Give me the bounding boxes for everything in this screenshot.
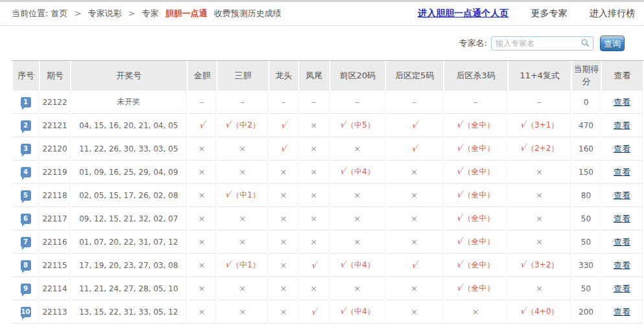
top-links: 进入胆胆一点通个人页 更多专家 进入排行榜 bbox=[398, 8, 635, 19]
back-kill-3-cell: √（全中） bbox=[444, 137, 507, 161]
three-dan-cell: × bbox=[218, 137, 268, 161]
column-header-gold-dan: 金胆 bbox=[188, 61, 216, 91]
dash-mark: – bbox=[355, 97, 360, 107]
row-number-badge: 5 bbox=[21, 190, 31, 201]
mark-note: （全中） bbox=[463, 214, 494, 223]
draw-numbers-cell: 02, 05, 15, 17, 26, 02, 08 bbox=[71, 184, 187, 207]
breadcrumb-link-home[interactable]: 首页 bbox=[51, 8, 68, 18]
score-cell: 470 bbox=[572, 114, 601, 137]
cross-mark: × bbox=[536, 190, 543, 200]
table-row: 102211313, 15, 22, 31, 33, 05, 12×××√√（中… bbox=[13, 300, 643, 324]
search-input-wrap bbox=[491, 36, 593, 50]
score-cell: 330 bbox=[572, 254, 601, 277]
view-link[interactable]: 查看 bbox=[614, 307, 630, 317]
check-mark: √ bbox=[411, 144, 417, 153]
view-link[interactable]: 查看 bbox=[614, 214, 630, 223]
enter-personal-page-link[interactable]: 进入胆胆一点通个人页 bbox=[418, 8, 509, 18]
three-dan-cell: × bbox=[218, 277, 268, 300]
gold-dan-cell: × bbox=[188, 161, 216, 184]
front-20-cell: × bbox=[330, 230, 385, 254]
duplex-11-4-cell: × bbox=[509, 207, 571, 230]
phoenix-tail-cell: × bbox=[299, 137, 329, 161]
check-mark: √ bbox=[281, 144, 286, 153]
check-mark: √（中2） bbox=[225, 120, 260, 129]
mark-note: （中2） bbox=[232, 120, 260, 129]
mark-note: （中4） bbox=[347, 260, 375, 269]
table-row: 82211517, 19, 20, 23, 27, 03, 08×√（中1）×√… bbox=[13, 254, 643, 277]
mark-note: （全中） bbox=[463, 190, 494, 199]
view-link[interactable]: 查看 bbox=[614, 120, 630, 130]
mark-note: （全中） bbox=[463, 284, 494, 293]
back-fix-5-cell: × bbox=[386, 184, 443, 207]
view-link[interactable]: 查看 bbox=[614, 167, 630, 177]
view-cell: 查看 bbox=[602, 114, 643, 137]
view-link[interactable]: 查看 bbox=[614, 237, 630, 247]
view-cell: 查看 bbox=[602, 277, 643, 300]
cross-mark: × bbox=[280, 214, 287, 223]
seq-cell: 4 bbox=[13, 161, 39, 184]
period-cell: 22116 bbox=[40, 230, 70, 254]
view-cell: 查看 bbox=[602, 207, 643, 230]
back-kill-3-cell: √（全中） bbox=[444, 114, 507, 137]
dragon-head-cell: × bbox=[270, 230, 298, 254]
phoenix-tail-cell: √ bbox=[299, 300, 329, 324]
check-mark: √ bbox=[281, 120, 286, 130]
draw-numbers-cell: 01, 07, 20, 22, 31, 07, 12 bbox=[71, 230, 187, 254]
view-link[interactable]: 查看 bbox=[614, 190, 630, 200]
cross-mark: × bbox=[198, 214, 205, 223]
cross-mark: × bbox=[280, 307, 287, 317]
cross-mark: × bbox=[354, 144, 361, 153]
column-header-front-20: 前区20码 bbox=[330, 61, 385, 91]
draw-numbers-cell: 未开奖 bbox=[71, 91, 187, 114]
cross-mark: × bbox=[280, 190, 287, 200]
mark-note: （3+1） bbox=[527, 120, 558, 129]
view-cell: 查看 bbox=[602, 137, 643, 161]
row-number-badge: 10 bbox=[21, 307, 31, 317]
back-fix-5-cell: √ bbox=[386, 114, 443, 137]
back-kill-3-cell: √（全中） bbox=[444, 277, 507, 300]
three-dan-cell: √（中1） bbox=[218, 184, 268, 207]
dash-mark: – bbox=[474, 97, 478, 107]
query-button[interactable]: 查询 bbox=[600, 36, 625, 51]
back-kill-3-cell: √（全中） bbox=[444, 207, 507, 230]
three-dan-cell: × bbox=[218, 207, 268, 230]
check-mark: √ bbox=[311, 307, 316, 317]
cross-mark: × bbox=[198, 237, 205, 247]
draw-numbers-cell: 01, 09, 16, 25, 29, 04, 09 bbox=[71, 161, 187, 184]
enter-ranking-link[interactable]: 进入排行榜 bbox=[590, 8, 635, 18]
breadcrumb-expert-name[interactable]: 胆胆一点通 bbox=[165, 8, 207, 18]
draw-numbers-cell: 17, 19, 20, 23, 27, 03, 08 bbox=[71, 254, 187, 277]
cross-mark: × bbox=[239, 307, 246, 317]
cross-mark: × bbox=[411, 307, 418, 317]
cross-mark: × bbox=[310, 144, 317, 153]
check-mark: √（中4） bbox=[340, 260, 375, 269]
breadcrumb-link-expert[interactable]: 专家 bbox=[142, 8, 159, 18]
draw-numbers-cell: 04, 15, 16, 20, 21, 04, 05 bbox=[71, 114, 187, 137]
duplex-11-4-cell: √（3+2） bbox=[509, 254, 571, 277]
phoenix-tail-cell: × bbox=[299, 161, 329, 184]
more-experts-link[interactable]: 更多专家 bbox=[531, 8, 568, 18]
mark-note: （2+2） bbox=[527, 144, 558, 153]
view-link[interactable]: 查看 bbox=[614, 284, 630, 293]
phoenix-tail-cell: × bbox=[299, 277, 329, 300]
front-20-cell: √（中4） bbox=[330, 300, 385, 324]
check-mark: √（全中） bbox=[457, 260, 494, 269]
gold-dan-cell: × bbox=[188, 207, 216, 230]
draw-numbers-cell: 11, 22, 26, 30, 33, 03, 05 bbox=[71, 137, 187, 161]
front-20-cell: × bbox=[330, 184, 385, 207]
cross-mark: × bbox=[536, 214, 543, 223]
check-mark: √（4+0） bbox=[520, 306, 559, 316]
breadcrumb-link-expert-talk[interactable]: 专家说彩 bbox=[88, 8, 122, 18]
view-link[interactable]: 查看 bbox=[614, 144, 630, 153]
table-row: 72211601, 07, 20, 22, 31, 07, 12××××××√（… bbox=[13, 230, 643, 254]
cross-mark: × bbox=[280, 237, 287, 247]
dash-mark: – bbox=[281, 97, 286, 107]
mark-note: （中4） bbox=[347, 307, 375, 316]
view-link[interactable]: 查看 bbox=[614, 97, 630, 107]
search-input[interactable] bbox=[491, 36, 593, 50]
back-fix-5-cell: × bbox=[386, 300, 443, 324]
dash-mark: – bbox=[537, 97, 542, 107]
dragon-head-cell: – bbox=[270, 91, 298, 114]
search-icon bbox=[581, 39, 590, 47]
view-link[interactable]: 查看 bbox=[614, 260, 630, 270]
